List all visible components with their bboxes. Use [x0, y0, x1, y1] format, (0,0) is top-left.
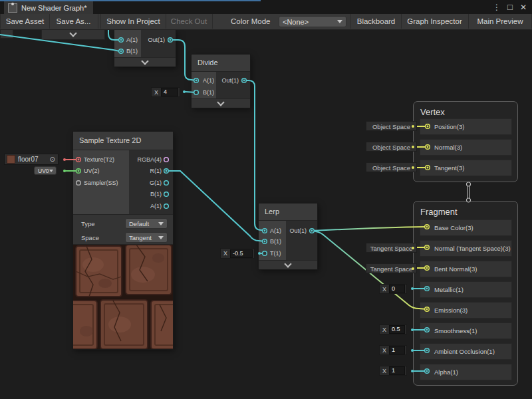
main-preview-button[interactable]: Main Preview	[469, 14, 532, 29]
dot-floor07-field	[63, 158, 66, 161]
collapse-chevron-icon	[217, 98, 224, 106]
x-label: X	[380, 368, 389, 374]
lerp-input-t-label: T(1)	[270, 250, 281, 257]
divide-b-value[interactable]: 4	[161, 88, 178, 96]
fragment-normal-label: Normal (Tangent Space)(3)	[434, 241, 511, 256]
texture-object-name: floor07	[18, 156, 39, 163]
node-sample-texture-2d[interactable]: Sample Texture 2D Texture(T2) UV(2) Samp…	[73, 132, 173, 349]
fragment-smoothness-label: Smoothness(1)	[434, 323, 511, 338]
alpha-value[interactable]: 1	[389, 366, 405, 375]
space-label-fragment-normal: Tangent Space	[366, 243, 417, 253]
vertex-row-position[interactable]: Position(3)	[420, 118, 512, 135]
st-output-r-label: R(1)	[150, 168, 162, 174]
space-label-tangent: Object Space	[366, 162, 417, 172]
lerp-t-value[interactable]: -0.5	[230, 249, 253, 258]
object-picker-icon[interactable]: ⊙	[50, 156, 55, 163]
lerp-title: Lerp	[259, 203, 317, 221]
toolbar: Save Asset Save As... Show In Project Ch…	[0, 14, 532, 30]
divide-input-b-label: B(1)	[203, 89, 214, 96]
sample-texture-title: Sample Texture 2D	[73, 132, 173, 150]
space-port-dot	[412, 125, 414, 128]
st-type-label: Type	[81, 221, 95, 227]
fragment-block[interactable]: Fragment Base Color(3) Normal (Tangent S…	[413, 201, 518, 386]
shader-graph-icon	[8, 3, 17, 13]
fragment-row-alpha[interactable]: Alpha(1)	[420, 364, 512, 380]
fragment-metallic-label: Metallic(1)	[434, 282, 511, 297]
shader-graph-icon-pin	[11, 3, 14, 5]
divide-b-value-field[interactable]: X 4	[151, 87, 180, 97]
st-settings-section: Type Default Space Tangent	[73, 214, 173, 245]
graph-inspector-button[interactable]: Graph Inspector	[401, 14, 469, 29]
lerp-input-b-label: B(1)	[270, 238, 281, 245]
fragment-row-metallic[interactable]: Metallic(1)	[420, 281, 512, 298]
node-lerp[interactable]: Lerp A(1) B(1) T(1) Out(1)	[259, 203, 317, 269]
fragment-row-emission[interactable]: Emission(3)	[420, 302, 512, 319]
fragment-row-bentnormal[interactable]: Bent Normal(3)	[420, 261, 512, 277]
lerp-collapse-row[interactable]	[259, 260, 317, 269]
show-in-project-button[interactable]: Show In Project	[100, 14, 166, 29]
divide-collapse-row[interactable]	[192, 98, 250, 108]
lerp-input-a-label: A(1)	[270, 227, 281, 234]
dropdown-arrow-icon	[158, 222, 164, 228]
floor07-texture-field[interactable]: floor07 ⊙	[4, 154, 59, 165]
divide-title: Divide	[192, 55, 250, 72]
tab-new-shader-graph[interactable]: New Shader Graph*	[4, 1, 93, 14]
metallic-value[interactable]: 0	[389, 285, 405, 293]
x-label: X	[221, 250, 230, 257]
save-as-button[interactable]: Save As...	[49, 14, 98, 29]
title-bar: New Shader Graph* ⋮ □ ✕	[0, 0, 532, 14]
save-asset-button[interactable]: Save Asset	[0, 14, 50, 29]
node-add[interactable]: A(1) B(1) Out(1)	[114, 29, 176, 66]
maximize-icon[interactable]: □	[504, 1, 516, 13]
blackboard-button[interactable]: Blackboard	[350, 14, 402, 29]
st-space-dropdown[interactable]: Tangent	[125, 232, 168, 243]
lerp-output-label: Out(1)	[289, 227, 307, 234]
add-collapse-row[interactable]	[114, 57, 176, 66]
dropdown-arrow-icon	[158, 236, 164, 242]
partial-node-collapse-row[interactable]	[41, 29, 105, 40]
check-out-button[interactable]: Check Out	[166, 14, 213, 29]
vertex-row-normal[interactable]: Normal(3)	[420, 139, 512, 156]
space-port-dot	[412, 247, 414, 249]
st-output-b-label: B(1)	[150, 191, 162, 198]
lerp-t-value-field[interactable]: X -0.5	[220, 248, 255, 259]
color-mode-dropdown[interactable]: <None>	[279, 16, 346, 27]
metallic-value-field[interactable]: X0	[379, 284, 407, 294]
space-label-text: Tangent Space	[370, 265, 412, 273]
divide-output-label: Out(1)	[221, 77, 239, 84]
ao-value[interactable]: 1	[389, 346, 405, 354]
tab-title: New Shader Graph*	[21, 4, 86, 12]
space-label-fragment-bentnormal: Tangent Space	[366, 263, 417, 273]
add-input-a-label: A(1)	[126, 37, 138, 43]
st-space-value: Tangent	[129, 234, 152, 241]
vertex-row-tangent[interactable]: Tangent(3)	[420, 160, 512, 176]
st-output-a-label: A(1)	[150, 203, 162, 209]
close-icon[interactable]: ✕	[517, 1, 529, 13]
dot-uv0-field	[63, 170, 66, 172]
space-label-text: Object Space	[372, 123, 410, 130]
smoothness-value-field[interactable]: X0.5	[379, 325, 407, 334]
texture-thumbnail	[7, 155, 15, 164]
vertex-block[interactable]: Vertex Position(3) Normal(3) Tangent(3)	[413, 101, 518, 182]
partial-node-fragment	[0, 29, 13, 39]
node-divide[interactable]: Divide A(1) B(1) Out(1)	[192, 55, 250, 108]
fragment-row-basecolor[interactable]: Base Color(3)	[420, 219, 512, 236]
st-space-label: Space	[81, 235, 99, 241]
fragment-row-smoothness[interactable]: Smoothness(1)	[420, 323, 512, 339]
collapse-chevron-icon	[284, 260, 291, 267]
uv-channel-dropdown[interactable]: UV0	[34, 166, 57, 175]
vertex-normal-label: Normal(3)	[434, 140, 511, 155]
stem-endpoints	[467, 182, 471, 202]
st-type-dropdown[interactable]: Default	[125, 218, 168, 229]
fragment-row-normal[interactable]: Normal (Tangent Space)(3)	[420, 240, 512, 257]
space-port-dot	[412, 166, 414, 169]
x-label: X	[380, 286, 389, 293]
kebab-menu-icon[interactable]: ⋮	[491, 1, 503, 13]
ao-value-field[interactable]: X1	[379, 345, 407, 355]
st-output-rgba-label: RGBA(4)	[137, 156, 162, 163]
alpha-value-field[interactable]: X1	[379, 366, 407, 376]
fragment-ao-label: Ambient Occlusion(1)	[434, 344, 511, 359]
fragment-row-ao[interactable]: Ambient Occlusion(1)	[420, 343, 512, 360]
smoothness-value[interactable]: 0.5	[389, 325, 405, 334]
add-output-label: Out(1)	[148, 37, 165, 43]
